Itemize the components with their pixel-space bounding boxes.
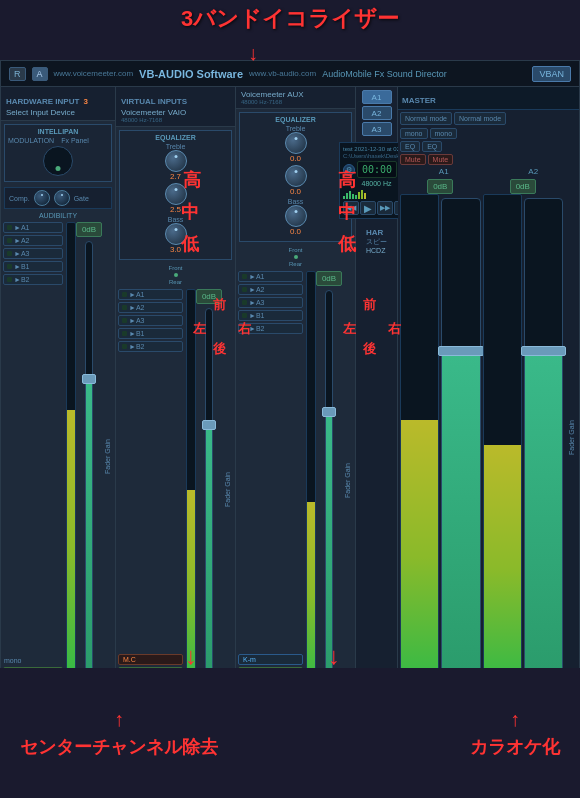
vi1-out-a2-btn[interactable]: ►A2 (118, 302, 183, 313)
vi2-bass-knob-dot (294, 210, 297, 213)
vi1-channel-header: VIRTUAL INPUTS Voicemeeter VAIO 48000 Hz… (116, 87, 235, 127)
master-vu2-meter (483, 194, 522, 696)
vi2-fader-track[interactable] (325, 290, 333, 687)
a3-btn[interactable]: A3 (362, 122, 392, 136)
comp-label: Comp. (9, 195, 30, 202)
vi1-pan-center-dot (174, 273, 178, 277)
a2-btn[interactable]: A2 (362, 106, 392, 120)
master-eq2-btn[interactable]: EQ (422, 141, 442, 152)
hw-out-b1-btn[interactable]: ►B1 (3, 261, 63, 272)
master-normal-mode2-btn[interactable]: Normal mode (454, 112, 506, 125)
bottom-right-text: カラオケ化 (470, 735, 560, 759)
vi2-out-a2-btn[interactable]: ►A2 (238, 284, 303, 295)
level-bar-8 (364, 193, 366, 199)
vi1-out-b2-btn[interactable]: ►B2 (118, 341, 183, 352)
master-ab-row: A1 A2 (398, 166, 579, 177)
master-mono2-btn[interactable]: mono (430, 128, 458, 139)
vi1-out-a3-btn[interactable]: ►A3 (118, 315, 183, 326)
vi2-bass-knob-wrap: Bass 0.0 (285, 198, 307, 236)
master-normal-mode1-btn[interactable]: Normal mode (400, 112, 452, 125)
vi2-km-btn[interactable]: K-m (238, 654, 303, 665)
settings-icon[interactable]: ⚙ (343, 164, 355, 176)
master-mono1-btn[interactable]: mono (400, 128, 428, 139)
rec-timer: 00:00 (357, 161, 397, 178)
level-bar-7 (361, 190, 363, 199)
play-btn[interactable]: ▶ (360, 201, 376, 215)
top-bar: R A www.voicemeeter.com VB-AUDIO Softwar… (1, 61, 579, 87)
vi1-bass-knob[interactable] (165, 223, 187, 245)
vi2-out-a1-btn[interactable]: ►A1 (238, 271, 303, 282)
master-fader2-row (483, 194, 564, 696)
vi1-treble-knob[interactable] (165, 150, 187, 172)
vi2-out-b1-btn[interactable]: ►B1 (238, 310, 303, 321)
a1-btn[interactable]: A1 (362, 90, 392, 104)
hw-out-b2-btn[interactable]: ►B2 (3, 274, 63, 285)
vi1-mid-knob[interactable] (165, 183, 187, 205)
master-fader1-track[interactable] (441, 198, 480, 692)
vi2-zero-db-btn[interactable]: 0dB (316, 271, 342, 286)
hw-fader-track[interactable] (85, 241, 93, 687)
hw-out-a2-btn[interactable]: ►A2 (3, 235, 63, 246)
vi2-treble-knob[interactable] (285, 132, 307, 154)
master-mute2-btn[interactable]: Mute (428, 154, 454, 165)
vi1-vu-col (185, 289, 197, 691)
master-mute1-btn[interactable]: Mute (400, 154, 426, 165)
hw-zero-db-btn[interactable]: 0dB (76, 222, 102, 237)
master-vu2-fill (484, 445, 521, 695)
master-fader1-col: 0dB (400, 179, 481, 696)
pan-display (43, 146, 73, 176)
comp-knob-dot (41, 194, 43, 196)
vi1-vu-fill (187, 490, 195, 690)
hw-out-b1-indicator (7, 264, 12, 269)
vi2-eq-bass-row: Bass 0.0 (243, 198, 348, 236)
rewind-btn[interactable]: ◀◀ (343, 201, 359, 215)
vi1-out-b1-btn[interactable]: ►B1 (118, 328, 183, 339)
master-fader2-handle[interactable] (521, 346, 566, 356)
vi1-out-b1-indicator (122, 331, 127, 336)
fastforward-btn[interactable]: ▶▶ (377, 201, 393, 215)
vi2-pan-row (239, 255, 352, 259)
hw-channel-name: Select Input Device (6, 108, 110, 117)
vi2-vu-col (305, 271, 317, 691)
hw-fader-handle[interactable] (82, 374, 96, 384)
vi1-out-a3-indicator (122, 318, 127, 323)
vi1-mc-btn[interactable]: M.C (118, 654, 183, 665)
master-zero-db1-btn[interactable]: 0dB (427, 179, 453, 194)
top-bar-left: R A www.voicemeeter.com VB-AUDIO Softwar… (9, 67, 447, 81)
master-header: MASTER (398, 87, 579, 110)
vi2-rear-label: Rear (239, 261, 352, 267)
hw-out-a1-btn[interactable]: ►A1 (3, 222, 63, 233)
vi1-zero-db-btn[interactable]: 0dB (196, 289, 222, 304)
vi1-out-a1-btn[interactable]: ►A1 (118, 289, 183, 300)
vi1-out-a2-indicator (122, 305, 127, 310)
master-section: MASTER Normal mode Normal mode mono mono… (398, 87, 579, 693)
gate-label: Gate (74, 195, 89, 202)
master-zero-db2-btn[interactable]: 0dB (510, 179, 536, 194)
master-eq1-btn[interactable]: EQ (400, 141, 420, 152)
vi1-fader-track[interactable] (205, 308, 213, 687)
master-fader1-handle[interactable] (438, 346, 483, 356)
vi1-treble-knob-dot (174, 155, 177, 158)
vi1-mid-knob-wrap: 2.5 (165, 183, 187, 214)
hw-out-a3-btn[interactable]: ►A3 (3, 248, 63, 259)
master-fader2-track[interactable] (524, 198, 563, 692)
vi2-mid-knob[interactable] (285, 165, 307, 187)
vi2-bass-knob[interactable] (285, 205, 307, 227)
mixer-container: R A www.voicemeeter.com VB-AUDIO Softwar… (0, 60, 580, 668)
vi1-fader-handle[interactable] (202, 420, 216, 430)
vi2-eq-treble-row: Treble 0.0 (243, 125, 348, 163)
vban-button[interactable]: VBAN (532, 66, 571, 82)
vi2-fader-handle[interactable] (322, 407, 336, 417)
vi2-out-a3-btn[interactable]: ►A3 (238, 297, 303, 308)
vi2-bass-label: Bass (288, 198, 304, 205)
hw-vu-col (65, 222, 77, 691)
vi2-mid-knob-wrap: 0.0 (285, 165, 307, 196)
har-hcdz-label: HCDZ (366, 247, 387, 254)
gate-knob[interactable] (54, 190, 70, 206)
vi1-gain-label-col: Fader Gain (221, 289, 233, 691)
vi1-vu-meter (186, 289, 196, 691)
vi2-treble-knob-dot (294, 137, 297, 140)
comp-knob[interactable] (34, 190, 50, 206)
vi2-output-buttons: ►A1 ►A2 ►A3 ►B1 (238, 271, 303, 691)
vi2-out-b2-btn[interactable]: ►B2 (238, 323, 303, 334)
